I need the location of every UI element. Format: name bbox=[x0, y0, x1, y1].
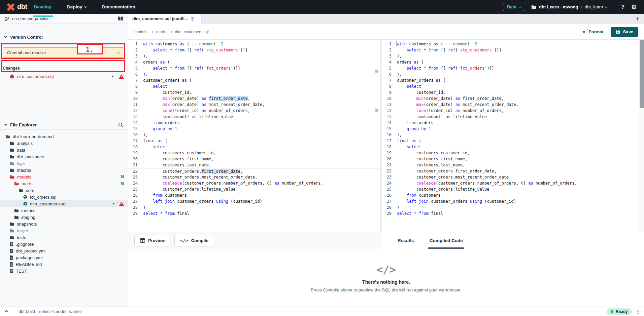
bottom-panel: Preview </> Compile Results Compiled Cod… bbox=[128, 232, 644, 307]
tree-item[interactable]: macros bbox=[0, 167, 128, 173]
tree-item[interactable]: fct_orders.sql bbox=[0, 194, 128, 200]
empty-state-subtitle: Press Compile above to preview the SQL d… bbox=[311, 287, 462, 292]
file-icon bbox=[10, 242, 13, 246]
code-line: 13 sum(amount) as lifetime_value bbox=[382, 114, 644, 120]
scrollbar-thumb[interactable] bbox=[640, 40, 644, 108]
project-name[interactable]: dbt_learn bbox=[585, 4, 607, 9]
line-number: 18 bbox=[128, 144, 142, 150]
tree-item[interactable]: dbt_packages bbox=[0, 153, 128, 160]
tree-item[interactable]: dim_customers.sql bbox=[0, 200, 128, 207]
breadcrumb-marts[interactable]: marts bbox=[156, 30, 166, 34]
line-number: 19 bbox=[382, 150, 396, 156]
tree-item[interactable]: analysis bbox=[0, 140, 128, 147]
line-number: 29 bbox=[382, 210, 396, 216]
branch-name[interactable]: on-demand-practice bbox=[12, 16, 115, 21]
chevron-up-icon[interactable] bbox=[5, 310, 8, 313]
code-line: 15 group by 1 bbox=[128, 126, 380, 132]
editor-toolbar: models marts dim_customers.sql ✦ Format … bbox=[128, 24, 644, 40]
new-tab-button[interactable] bbox=[631, 14, 644, 24]
line-number: 8 bbox=[382, 83, 396, 89]
nav-item-develop[interactable]: Develop bbox=[34, 4, 52, 9]
commit-dropdown-button[interactable] bbox=[113, 47, 123, 58]
git-status-badge: M bbox=[121, 174, 124, 179]
code-line: 5 select * from {{ ref('fct_orders')}} bbox=[382, 65, 644, 71]
folder-icon bbox=[10, 168, 14, 172]
code-brackets-icon: </> bbox=[180, 238, 188, 243]
tree-item-name: tests bbox=[17, 235, 26, 240]
code-line: 1with customers as ( -- comment 2 bbox=[382, 41, 644, 47]
tree-item[interactable]: dbt-learn-on-demand bbox=[0, 133, 128, 140]
line-number: 28 bbox=[128, 204, 142, 210]
nav-item-documentation[interactable]: Documentation bbox=[102, 4, 135, 9]
tree-item[interactable]: modelsM bbox=[0, 173, 128, 180]
tree-item[interactable]: metrics bbox=[0, 207, 128, 214]
format-button[interactable]: ✦ Format bbox=[582, 29, 604, 35]
line-number: 26 bbox=[128, 192, 142, 198]
git-branch-icon bbox=[5, 16, 9, 21]
status-badge[interactable]: Ready bbox=[607, 308, 632, 315]
kebab-menu-icon[interactable] bbox=[637, 309, 639, 314]
search-icon[interactable] bbox=[118, 122, 123, 127]
docs-book-icon[interactable] bbox=[117, 16, 123, 21]
tab-compiled-code[interactable]: Compiled Code bbox=[430, 232, 463, 249]
command-input[interactable]: dbt build --select <model_name> bbox=[19, 309, 596, 314]
code-line: 20 customers.first_name, bbox=[382, 156, 644, 162]
breadcrumb-models[interactable]: models bbox=[134, 30, 147, 34]
line-number: 21 bbox=[382, 162, 396, 168]
divider bbox=[13, 307, 13, 316]
account-switcher[interactable]: dbt Learn - mwong / dbt_learn bbox=[531, 4, 607, 9]
line-number: 14 bbox=[128, 120, 142, 126]
tree-item[interactable]: dbt_project.yml bbox=[0, 247, 128, 254]
line-number: 23 bbox=[128, 174, 142, 180]
code-line: 25 customer_orders.lifetime_value bbox=[382, 186, 644, 192]
tree-item[interactable]: README.md bbox=[0, 261, 128, 268]
code-line: 23 customer_orders.most_recent_order_dat… bbox=[382, 174, 644, 180]
overview-mark bbox=[375, 70, 378, 73]
compile-button[interactable]: </> Compile bbox=[174, 235, 214, 246]
preview-button[interactable]: Preview bbox=[134, 235, 170, 246]
save-button[interactable]: Save bbox=[611, 27, 638, 37]
dbt-logo[interactable]: dbt bbox=[7, 3, 27, 11]
nav-item-deploy[interactable]: Deploy bbox=[67, 4, 87, 9]
version-control-header[interactable]: Version Control bbox=[0, 32, 128, 42]
tree-item[interactable]: TEST bbox=[0, 268, 128, 274]
tree-item[interactable]: staging bbox=[0, 214, 128, 221]
code-line: 2 select * from {{ ref('stg_customers')}… bbox=[128, 47, 380, 53]
status-dot-icon bbox=[611, 310, 613, 313]
tree-item[interactable]: logs bbox=[0, 160, 128, 167]
scrollbar[interactable] bbox=[639, 40, 644, 232]
line-number: 27 bbox=[382, 198, 396, 204]
changed-file-item[interactable]: dim_customers.sql bbox=[0, 73, 128, 80]
line-number: 15 bbox=[382, 126, 396, 132]
file-icon bbox=[10, 249, 13, 253]
line-number: 19 bbox=[128, 150, 142, 156]
editor-pane-right[interactable]: 1with customers as ( -- comment 22 selec… bbox=[382, 40, 644, 232]
settings-gear-icon[interactable] bbox=[631, 4, 637, 10]
line-number: 24 bbox=[382, 180, 396, 186]
line-number: 29 bbox=[128, 210, 142, 216]
tree-item[interactable]: .gitignore bbox=[0, 241, 128, 247]
tree-item[interactable]: target bbox=[0, 227, 128, 234]
tree-item[interactable]: data bbox=[0, 147, 128, 153]
beta-button[interactable]: Beta bbox=[503, 3, 525, 11]
editor-pane-left[interactable]: 1with customers as ( -- comment 22 selec… bbox=[128, 40, 380, 232]
model-cube-icon bbox=[23, 201, 28, 206]
folder-icon bbox=[14, 208, 19, 212]
commit-and-resolve-button[interactable]: Commit and resolve bbox=[3, 47, 113, 58]
file-explorer-title: File Explorer bbox=[10, 122, 37, 127]
commit-split-button: Commit and resolve bbox=[3, 47, 123, 58]
tree-item[interactable]: snapshots bbox=[0, 221, 128, 227]
active-nav-indicator bbox=[33, 15, 53, 17]
tab-dim-customers[interactable]: dim_customers.sql (confli... bbox=[128, 14, 202, 24]
tree-item[interactable]: packages.yml bbox=[0, 254, 128, 261]
text-cursor bbox=[397, 41, 397, 46]
tab-results[interactable]: Results bbox=[398, 232, 414, 249]
line-number: 17 bbox=[382, 138, 396, 144]
tree-item[interactable]: core bbox=[0, 187, 128, 194]
line-number: 28 bbox=[382, 204, 396, 210]
help-icon[interactable]: ? bbox=[621, 4, 624, 10]
tree-item[interactable]: tests bbox=[0, 234, 128, 241]
sparkle-icon: ✦ bbox=[582, 29, 586, 35]
tree-item[interactable]: martsM bbox=[0, 180, 128, 187]
file-explorer-header[interactable]: File Explorer bbox=[0, 120, 128, 130]
